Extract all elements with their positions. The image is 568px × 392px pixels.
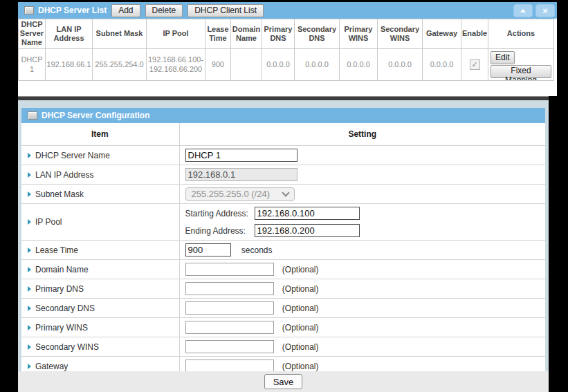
starting-address-input[interactable] — [255, 207, 360, 220]
col-secondary-dns: Secondary DNS — [295, 19, 340, 49]
row-label: Primary WINS — [35, 323, 88, 333]
row-label: LAN IP Address — [35, 170, 94, 180]
close-button[interactable]: × — [535, 4, 555, 17]
subnet-mask-selected-value: 255.255.255.0 (/24) — [192, 189, 270, 199]
col-lease-time: Lease Time — [205, 19, 231, 49]
close-icon: × — [542, 6, 548, 15]
dhcp-config-table: Item Setting DHCP Server Name LAN IP Add… — [21, 123, 545, 392]
screen: DHCP Server List Add Delete DHCP Client … — [0, 0, 568, 392]
lease-time-unit: seconds — [241, 245, 273, 255]
ending-address-label: Ending Address: — [185, 226, 255, 236]
col-actions: Actions — [488, 19, 554, 49]
row-subnet-mask: Subnet Mask 255.255.255.0 (/24) — [21, 185, 545, 204]
row-dhcp-server-name: DHCP Server Name — [21, 146, 545, 165]
collapse-button[interactable] — [513, 4, 533, 17]
domain-name-input[interactable] — [185, 263, 274, 276]
row-lease-time: Lease Time seconds — [21, 241, 545, 260]
ip-pool-start-line: Starting Address: — [185, 205, 545, 222]
bullet-icon — [28, 306, 31, 311]
ip-pool-end-line: Ending Address: — [185, 222, 545, 239]
row-secondary-wins: Secondary WINS (Optional) — [21, 337, 545, 357]
primary-dns-input[interactable] — [185, 282, 274, 295]
row-label: Primary DNS — [35, 284, 84, 294]
ending-address-input[interactable] — [255, 224, 360, 237]
fixed-mapping-button[interactable]: Fixed Mapping — [491, 65, 551, 78]
bullet-icon — [28, 153, 31, 158]
col-secondary-wins: Secondary WINS — [378, 19, 423, 49]
dhcp-config-outer-panel: DHCP Server Configuration Item Setting D… — [18, 100, 549, 392]
optional-hint: (Optional) — [282, 323, 319, 333]
dhcp-server-table: DHCP Server Name LAN IP Address Subnet M… — [18, 19, 554, 81]
item-header: Item — [21, 123, 179, 146]
cell-server-name: DHCP 1 — [19, 48, 46, 80]
col-gateway: Gateway — [423, 19, 461, 49]
ip-pool-start: 192.168.66.100- — [148, 55, 203, 64]
enable-checkbox-disabled[interactable]: ✓ — [470, 59, 480, 70]
dhcp-server-list-panel: DHCP Server List Add Delete DHCP Client … — [18, 2, 557, 96]
primary-wins-input[interactable] — [185, 321, 274, 334]
bullet-icon — [28, 219, 31, 225]
optional-hint: (Optional) — [282, 284, 319, 294]
bullet-icon — [28, 325, 31, 330]
cell-actions: Edit Fixed Mapping — [488, 48, 554, 80]
dhcp-config-title: DHCP Server Configuration — [42, 111, 149, 120]
col-lan-ip-address: LAN IP Address — [46, 19, 93, 49]
dhcp-server-configuration-panel: DHCP Server Configuration Item Setting D… — [21, 108, 545, 392]
chevron-down-icon — [282, 189, 289, 196]
edit-button[interactable]: Edit — [491, 51, 515, 64]
bullet-icon — [28, 364, 31, 369]
bullet-icon — [28, 192, 31, 197]
row-domain-name: Domain Name (Optional) — [21, 260, 545, 279]
setting-header: Setting — [179, 123, 545, 146]
col-subnet-mask: Subnet Mask — [93, 19, 147, 49]
config-header-row: Item Setting — [21, 123, 545, 146]
row-label: Secondary DNS — [35, 304, 95, 313]
col-enable: Enable — [461, 19, 488, 49]
subnet-mask-select[interactable]: 255.255.255.0 (/24) — [185, 187, 295, 201]
row-ip-pool: IP Pool Starting Address: Ending Address… — [21, 204, 545, 241]
row-lan-ip-address: LAN IP Address — [21, 165, 545, 185]
cell-enable: ✓ — [461, 48, 488, 80]
lan-ip-address-input[interactable] — [185, 168, 297, 181]
row-primary-dns: Primary DNS (Optional) — [21, 279, 545, 299]
lease-time-input[interactable] — [185, 243, 231, 256]
form-footer: Save — [18, 371, 549, 392]
optional-hint: (Optional) — [282, 342, 319, 352]
cell-ip-pool: 192.168.66.100- 192.168.66.200 — [147, 48, 205, 80]
col-ip-pool: IP Pool — [147, 19, 205, 49]
col-dhcp-server-name: DHCP Server Name — [19, 19, 46, 49]
bullet-icon — [28, 344, 31, 350]
cell-lan-ip: 192.168.66.1 — [46, 48, 93, 80]
optional-hint: (Optional) — [282, 265, 319, 274]
cell-subnet-mask: 255.255.254.0 — [93, 48, 147, 80]
row-label: Secondary WINS — [35, 342, 99, 352]
row-label: Domain Name — [35, 265, 89, 274]
table-header-row: DHCP Server Name LAN IP Address Subnet M… — [19, 19, 554, 49]
optional-hint: (Optional) — [282, 304, 319, 313]
bullet-icon — [28, 267, 31, 272]
secondary-dns-input[interactable] — [185, 301, 274, 315]
cell-lease-time: 900 — [205, 48, 231, 80]
add-button[interactable]: Add — [111, 4, 140, 17]
cell-secondary-dns: 0.0.0.0 — [295, 48, 340, 80]
row-label: Gateway — [35, 362, 68, 371]
dhcp-server-list-title: DHCP Server List — [38, 6, 107, 15]
ip-pool-end: 192.168.66.200 — [149, 65, 202, 73]
save-button[interactable]: Save — [264, 374, 303, 389]
cell-gateway: 0.0.0.0 — [423, 48, 461, 80]
secondary-wins-input[interactable] — [185, 340, 274, 353]
dhcp-server-name-input[interactable] — [185, 149, 297, 162]
row-label: IP Pool — [35, 217, 62, 227]
bullet-icon — [28, 172, 31, 178]
cell-primary-wins: 0.0.0.0 — [340, 48, 378, 80]
table-row: DHCP 1 192.168.66.1 255.255.254.0 192.16… — [19, 48, 554, 80]
col-primary-dns: Primary DNS — [262, 19, 295, 49]
dhcp-client-list-button[interactable]: DHCP Client List — [187, 4, 264, 17]
delete-button[interactable]: Delete — [145, 4, 183, 17]
col-domain-name: Domain Name — [231, 19, 262, 49]
window-icon — [28, 111, 37, 120]
row-label: Subnet Mask — [35, 189, 84, 199]
window-icon — [24, 6, 34, 15]
dhcp-server-list-titlebar: DHCP Server List Add Delete DHCP Client … — [18, 2, 557, 19]
dhcp-config-titlebar: DHCP Server Configuration — [21, 108, 545, 123]
